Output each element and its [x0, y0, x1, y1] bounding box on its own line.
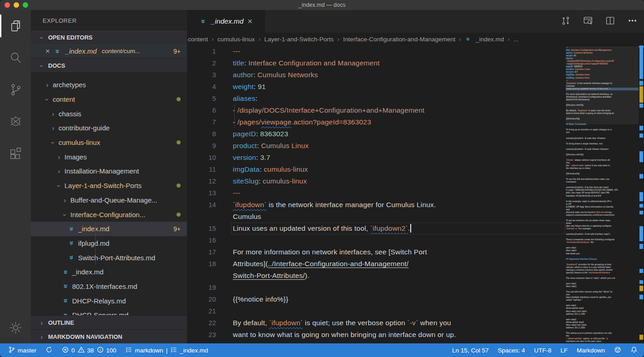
code-line[interactable]: 5aliases:	[187, 93, 566, 104]
breadcrumb-item[interactable]: content	[188, 36, 208, 43]
open-changes-button[interactable]	[560, 15, 571, 28]
code-token: :	[260, 165, 264, 173]
tree-item-images[interactable]: ›Images	[31, 149, 187, 164]
code-line[interactable]: 1---	[187, 45, 566, 57]
code-line[interactable]: 8pageID: 8363023	[187, 128, 566, 140]
markdown-navigation-section-header[interactable]: › MARKDOWN NAVIGATION	[31, 329, 187, 343]
tree-item-contributor-guide[interactable]: ›contributor-guide	[31, 121, 187, 135]
zoom-window-button[interactable]	[23, 2, 28, 8]
minimap-slider[interactable]	[566, 46, 639, 124]
breadcrumb-item[interactable]: _index.md	[476, 36, 504, 43]
lint-status[interactable]: markdown|_index.md	[125, 346, 208, 355]
tree-item-dhcp-servers-md[interactable]: »DHCP-Servers.md	[31, 308, 187, 315]
tab-bar: » _index.md ×	[187, 10, 644, 33]
code-line[interactable]: 3author: Cumulus Networks	[187, 69, 566, 81]
code-line[interactable]: Cumulus	[187, 211, 566, 223]
minimap[interactable]: ---title: Interface Configuration and Ma…	[566, 46, 639, 343]
tree-item-installation-management[interactable]: ›Installation-Management	[31, 164, 187, 178]
tree-item-archetypes[interactable]: ›archetypes	[31, 78, 187, 92]
code-line[interactable]: 14`ifupdown` is the network interface ma…	[187, 199, 566, 211]
tree-item-ifplugd-md[interactable]: »ifplugd.md	[31, 236, 187, 251]
activity-source-control[interactable]	[0, 74, 31, 105]
split-editor-button[interactable]	[605, 15, 615, 28]
code-line[interactable]: Switch-Port-Attributes/).	[187, 270, 566, 282]
eol-setting[interactable]: LF	[560, 347, 568, 354]
branch-indicator[interactable]: master	[8, 346, 36, 355]
code-token: {{%notice info%}}	[233, 295, 288, 303]
tree-item--index-md[interactable]: »_index.md9+	[31, 222, 187, 236]
code-line[interactable]: 20{{%notice info%}}	[187, 293, 566, 305]
tree-item-cumulus-linux[interactable]: ›cumulus-linux	[31, 135, 187, 150]
activity-debug[interactable]	[0, 105, 31, 137]
markdown-file-icon: »	[466, 35, 471, 43]
code-line[interactable]: 21	[187, 305, 566, 317]
docs-section-header[interactable]: › DOCS	[31, 58, 187, 72]
tree-item-layer-1-and-switch-ports[interactable]: ›Layer-1-and-Switch-Ports	[31, 178, 187, 193]
code-line[interactable]: 15Linux uses an updated version of this …	[187, 223, 566, 234]
tree-item-interface-configuration-[interactable]: ›Interface-Configuration...	[31, 207, 187, 222]
cursor-position[interactable]: Ln 15, Col 57	[452, 347, 488, 354]
info-count-label: 100	[106, 347, 117, 354]
code-line[interactable]: 16	[187, 234, 566, 246]
open-editor-item[interactable]: ×»_index.mdcontent/cum...9+	[31, 44, 187, 58]
more-actions-button[interactable]	[627, 15, 638, 28]
tree-item-chassis[interactable]: ›chassis	[31, 106, 187, 121]
minimize-window-button[interactable]	[14, 2, 19, 8]
line-number: 1	[187, 45, 216, 57]
window-controls[interactable]	[5, 2, 28, 8]
feedback-button[interactable]	[614, 346, 621, 355]
tree-item-content[interactable]: ›content	[31, 92, 187, 107]
code-line[interactable]: 11imgData: cumulus-linux	[187, 164, 566, 175]
close-tab-icon[interactable]: ×	[248, 17, 253, 26]
outline-section-header[interactable]: › OUTLINE	[31, 315, 187, 329]
code-line[interactable]: 12siteSlug: cumulus-linux	[187, 175, 566, 187]
close-window-button[interactable]	[5, 2, 10, 8]
line-number: 2	[187, 57, 216, 69]
open-editors-section-header[interactable]: › OPEN EDITORS	[31, 30, 187, 44]
warning-count[interactable]: 38	[78, 346, 94, 355]
code-line[interactable]: 7 - /pages/viewpage.action?pageId=836302…	[187, 116, 566, 128]
problems-indicator[interactable]: 038100	[62, 346, 116, 355]
activity-extensions[interactable]	[0, 137, 31, 169]
code-line[interactable]: 18Attributes](../Interface-Configuration…	[187, 258, 566, 270]
code-line[interactable]: 9product: Cumulus Linux	[187, 140, 566, 152]
tree-item-dhcp-relays-md[interactable]: »DHCP-Relays.md	[31, 293, 187, 308]
breadcrumb-item[interactable]: Interface-Configuration-and-Management	[343, 36, 456, 43]
code-line[interactable]: 13---	[187, 187, 566, 199]
code-line[interactable]: 23want to know what is going on when bri…	[187, 329, 566, 341]
activity-explorer[interactable]	[0, 10, 31, 42]
code-line[interactable]: 4weight: 91	[187, 81, 566, 93]
encoding-setting[interactable]: UTF-8	[534, 347, 551, 354]
tree-item-switch-port-attributes-md[interactable]: »Switch-Port-Attributes.md	[31, 250, 187, 265]
activity-settings[interactable]	[0, 312, 31, 343]
tree-item--index-md[interactable]: »_index.md	[31, 265, 187, 279]
code-line[interactable]: 17For more information on network interf…	[187, 246, 566, 258]
tab-index-md[interactable]: » _index.md ×	[187, 10, 265, 33]
sync-button[interactable]	[45, 346, 53, 355]
activity-search[interactable]	[0, 42, 31, 74]
lint-language[interactable]: markdown	[125, 346, 163, 355]
lint-file[interactable]: _index.md	[170, 346, 208, 355]
code-line[interactable]: 19	[187, 282, 566, 293]
tree-item-802-1x-interfaces-md[interactable]: »802.1X-Interfaces.md	[31, 279, 187, 294]
open-preview-button[interactable]	[583, 15, 593, 28]
code-line[interactable]: 6 - /display/DOCS/Interface+Configuratio…	[187, 104, 566, 116]
overview-ruler[interactable]	[639, 45, 644, 343]
branch-indicator-label: master	[18, 347, 36, 354]
notifications-button[interactable]	[630, 346, 638, 355]
indentation-setting[interactable]: Spaces: 4	[498, 347, 525, 354]
code-line[interactable]: 10version: 3.7	[187, 152, 566, 164]
code-line[interactable]: 22By default, `ifupdown` is quiet; use t…	[187, 317, 566, 329]
code-editor[interactable]: 1---2title: Interface Configuration and …	[187, 45, 566, 343]
breadcrumb-item[interactable]: Layer-1-and-Switch-Ports	[264, 36, 334, 43]
language-mode[interactable]: Markdown	[577, 347, 605, 354]
error-count[interactable]: 0	[62, 346, 75, 355]
close-editor-icon[interactable]: ×	[45, 47, 50, 56]
window-title: _index.md — docs	[299, 2, 346, 8]
tree-item-buffer-and-queue-manage-[interactable]: ›Buffer-and-Queue-Manage...	[31, 193, 187, 208]
info-count[interactable]: 100	[97, 346, 117, 355]
breadcrumb-item[interactable]: ...	[513, 36, 518, 43]
tree-item-label: chassis	[59, 110, 81, 118]
breadcrumb-item[interactable]: cumulus-linux	[217, 36, 255, 43]
code-line[interactable]: 2title: Interface Configuration and Mana…	[187, 57, 566, 69]
